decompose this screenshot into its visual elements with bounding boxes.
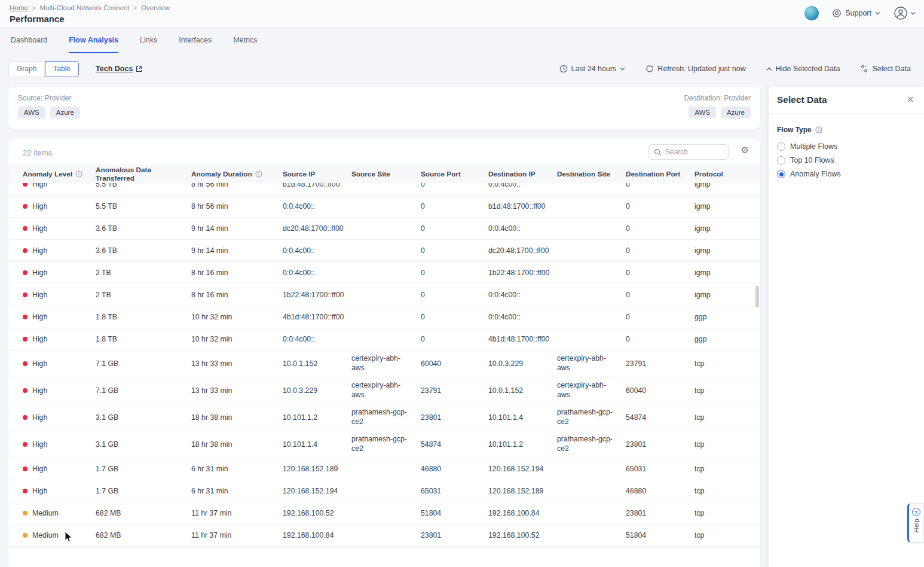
anomaly-level-dot-icon	[23, 388, 27, 393]
column-header[interactable]: Destination Port	[626, 170, 694, 178]
destination-chip-aws[interactable]: AWS	[689, 106, 716, 118]
table-row[interactable]: High7.1 GB13 hr 33 min10.0.1.152certexpi…	[8, 350, 760, 377]
destination-site-cell: certexpiry-abh-aws	[557, 381, 626, 400]
table-scrollbar[interactable]	[755, 286, 759, 307]
duration-cell: 8 hr 16 min	[191, 269, 283, 277]
clock-icon	[559, 65, 568, 73]
destination-chip-azure[interactable]: Azure	[721, 106, 751, 118]
destination-port-cell: 54874	[626, 413, 694, 422]
source-chip-azure[interactable]: Azure	[50, 106, 80, 118]
duration-cell: 13 hr 33 min	[191, 359, 283, 368]
table-row[interactable]: High3.6 TB9 hr 14 mindc20:48:1700::ff000…	[8, 218, 760, 240]
refresh-button[interactable]: Refresh: Updated just now	[645, 65, 745, 73]
duration-cell: 11 hr 37 min	[191, 509, 283, 517]
tab-links[interactable]: Links	[140, 28, 157, 53]
chevron-down-icon	[620, 67, 625, 71]
data-transferred-cell: 5.5 TB	[96, 183, 191, 188]
table-row[interactable]: Medium682 MB11 hr 37 min192.168.100.5251…	[8, 502, 760, 525]
source-port-cell: 51804	[421, 509, 488, 517]
breadcrumb-home[interactable]: Home	[10, 4, 28, 11]
data-transferred-cell: 682 MB	[96, 531, 191, 539]
source-ip-cell: 0:0:4c00::	[283, 246, 351, 255]
protocol-cell: ggp	[694, 313, 746, 321]
anomaly-level-text: High	[32, 386, 47, 395]
column-header[interactable]: Source Port	[421, 170, 488, 178]
table-row[interactable]: High3.1 GB18 hr 38 min10.101.1.4prathame…	[8, 431, 760, 458]
anomaly-level-dot-icon	[23, 270, 27, 275]
brand-logo	[804, 6, 819, 20]
tech-docs-link[interactable]: Tech Docs	[96, 65, 142, 73]
destination-ip-cell: 192.168.100.52	[488, 531, 557, 539]
anomaly-level-text: High	[32, 202, 47, 211]
column-header[interactable]: Source Site	[351, 170, 421, 178]
table-header-row: Anomaly LevelAnomalous Data TransferredA…	[8, 165, 760, 183]
anomaly-level-cell: High	[23, 224, 96, 233]
table-row[interactable]: Medium682 MB11 hr 37 min192.168.100.8423…	[8, 525, 760, 547]
table-view-button[interactable]: Table	[45, 61, 79, 77]
column-header[interactable]: Destination Site	[557, 170, 626, 178]
table-row[interactable]: High1.7 GB6 hr 31 min120.168.152.1946503…	[8, 480, 760, 502]
time-range-dropdown[interactable]: Last 24 hours	[559, 65, 626, 73]
tab-flow-analysis[interactable]: Flow Analysis	[69, 28, 118, 53]
source-site-cell: prathamesh-gcp-ce2	[351, 435, 421, 454]
data-transferred-cell: 1.7 GB	[96, 465, 191, 473]
tech-docs-label: Tech Docs	[96, 65, 133, 73]
data-transferred-cell: 5.5 TB	[96, 202, 191, 211]
data-transferred-cell: 3.6 TB	[96, 246, 191, 255]
column-header[interactable]: Destination IP	[488, 170, 557, 178]
destination-site-cell: certexpiry-abh-aws	[557, 354, 626, 373]
column-header[interactable]: Anomalous Data Transferred	[96, 166, 191, 182]
table-row[interactable]: High5.5 TB8 hr 56 min0:0:4c00::0b1d:48:1…	[8, 196, 760, 218]
source-port-cell: 54874	[421, 440, 488, 449]
close-icon[interactable]: ✕	[907, 95, 914, 105]
user-menu[interactable]	[894, 6, 916, 20]
graph-view-button[interactable]: Graph	[8, 61, 45, 77]
table-settings-gear-icon[interactable]: ⚙	[741, 145, 749, 154]
destination-port-cell: 0	[626, 183, 694, 188]
source-chip-aws[interactable]: AWS	[18, 106, 45, 118]
refresh-label: Refresh: Updated just now	[657, 65, 745, 73]
column-header[interactable]: Anomaly Duration	[191, 170, 283, 178]
flow-table-card: 22 items ⚙ Anomaly LevelAnomalous Data T…	[8, 139, 760, 567]
destination-ip-cell: 0:0:4c00::	[488, 224, 557, 233]
column-header[interactable]: Anomaly Level	[23, 170, 96, 178]
source-ip-cell: 4b1d:48:1700::ff00	[283, 313, 351, 321]
source-port-cell: 23801	[421, 413, 488, 422]
destination-ip-cell: 10.101.1.4	[488, 413, 557, 422]
table-row[interactable]: High7.1 GB13 hr 33 min10.0.3.229certexpi…	[8, 377, 760, 404]
table-row[interactable]: High1.8 TB10 hr 32 min0:0:4c00::04b1d:48…	[8, 328, 760, 350]
table-row[interactable]: High1.7 GB6 hr 31 min120.168.152.1894688…	[8, 458, 760, 480]
time-range-label: Last 24 hours	[571, 65, 617, 73]
flow-type-option-label: Anomaly Flows	[790, 170, 841, 178]
table-row[interactable]: High3.6 TB9 hr 14 min0:0:4c00::0dc20:48:…	[8, 240, 760, 262]
column-header[interactable]: Protocol	[694, 170, 746, 178]
data-transferred-cell: 7.1 GB	[96, 386, 191, 395]
source-port-cell: 0	[421, 269, 488, 277]
duration-cell: 9 hr 14 min	[191, 224, 283, 233]
table-row[interactable]: High2 TB8 hr 16 min0:0:4c00::01b22:48:17…	[8, 262, 760, 284]
select-data-button[interactable]: Select Data	[860, 65, 911, 73]
support-menu[interactable]: Support	[832, 8, 880, 18]
flow-type-option-multiple-flows[interactable]: Multiple Flows	[777, 142, 916, 151]
search-input[interactable]	[665, 148, 719, 156]
source-site-cell: certexpiry-abh-aws	[351, 381, 421, 400]
help-tab[interactable]: ? Help	[907, 503, 924, 542]
column-header[interactable]: Source IP	[283, 170, 351, 178]
table-row[interactable]: High5.5 TB8 hr 56 minb1d:48:1700::ff0000…	[8, 183, 760, 196]
anomaly-level-text: Medium	[32, 531, 59, 539]
table-row[interactable]: High1.8 TB10 hr 32 min4b1d:48:1700::ff00…	[8, 306, 760, 328]
tab-interfaces[interactable]: Interfaces	[179, 28, 212, 53]
tab-dashboard[interactable]: Dashboard	[11, 28, 47, 53]
table-row[interactable]: High2 TB8 hr 16 min1b22:48:1700::ff0000:…	[8, 284, 760, 306]
hide-selected-data-button[interactable]: Hide Selected Data	[766, 65, 840, 73]
duration-cell: 6 hr 31 min	[191, 487, 283, 495]
destination-ip-cell: 10.101.1.2	[488, 440, 557, 449]
destination-ip-cell: 1b22:48:1700::ff00	[488, 269, 557, 277]
search-box[interactable]	[648, 144, 729, 160]
tab-metrics[interactable]: Metrics	[233, 28, 257, 53]
flow-type-option-anomaly-flows[interactable]: Anomaly Flows	[777, 170, 916, 178]
anomaly-level-dot-icon	[23, 226, 27, 231]
flow-type-option-top-10-flows[interactable]: Top 10 Flows	[777, 156, 916, 164]
table-row[interactable]: High3.1 GB18 hr 38 min10.101.1.2prathame…	[8, 404, 760, 431]
breadcrumb-section[interactable]: Multi-Cloud Network Connect	[40, 4, 130, 11]
